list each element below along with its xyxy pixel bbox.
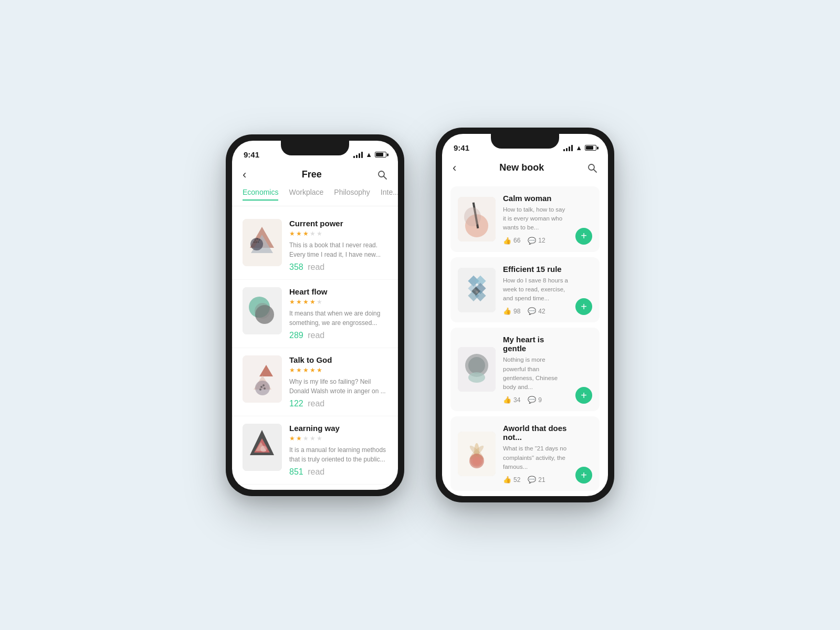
- star-icon: ★: [317, 230, 322, 237]
- star-icon: ★: [289, 298, 295, 306]
- likes-count-3: 34: [513, 396, 520, 404]
- likes-stat-4: 👍 52: [503, 476, 520, 484]
- comments-count-1: 12: [538, 237, 545, 244]
- comment-icon-3: 💬: [528, 396, 536, 404]
- book-reads-1: 358 read: [289, 262, 387, 272]
- back-button-1[interactable]: ‹: [243, 168, 246, 182]
- newbook-info-1: Calm woman How to talk, how to say it is…: [503, 194, 568, 245]
- newbook-card[interactable]: Efficient 15 rule How do I save 8 hours …: [450, 257, 600, 323]
- wifi-icon-1: ▲: [365, 151, 372, 159]
- comments-count-3: 9: [538, 396, 542, 404]
- book-info-4: Learning way ★ ★ ★ ★ ★ It is a manual fo…: [289, 424, 387, 477]
- book-cover-3: [243, 355, 282, 403]
- star-icon: ★: [289, 366, 295, 374]
- star-icon: ★: [310, 435, 316, 442]
- newbook-stats-4: 👍 52 💬 21: [503, 476, 568, 484]
- tab-philosophy[interactable]: Philosophy: [334, 188, 370, 201]
- add-button-3[interactable]: +: [575, 387, 592, 404]
- comments-count-2: 42: [538, 308, 545, 315]
- book-desc-1: This is a book that I never read. Every …: [289, 240, 387, 259]
- svg-point-23: [264, 387, 266, 390]
- likes-count-1: 66: [513, 237, 520, 244]
- newbook-title-2: Efficient 15 rule: [503, 265, 568, 274]
- add-button-4[interactable]: +: [575, 467, 592, 484]
- book-info-3: Talk to God ★ ★ ★ ★ ★ Why is my life so …: [289, 355, 387, 408]
- book-reads-2: 289 read: [289, 331, 387, 340]
- star-icon: ★: [303, 230, 309, 237]
- likes-stat-2: 👍 98: [503, 307, 520, 315]
- time-2: 9:41: [454, 143, 469, 152]
- search-button-2[interactable]: [587, 163, 597, 173]
- like-icon-4: 👍: [503, 476, 511, 484]
- newbook-info-4: Aworld that does not... What is the "21 …: [503, 424, 568, 484]
- tab-inte[interactable]: Inte...: [381, 188, 398, 201]
- phones-container: 9:41 ▲ ‹ Free: [226, 128, 614, 502]
- comments-count-4: 21: [538, 476, 545, 484]
- svg-point-34: [464, 207, 481, 226]
- stars-2: ★ ★ ★ ★ ★: [289, 298, 387, 306]
- star-icon: ★: [317, 298, 322, 306]
- tab-economics[interactable]: Economics: [243, 188, 278, 201]
- svg-point-21: [262, 384, 265, 386]
- signal-icon-1: [353, 152, 363, 158]
- likes-stat-1: 👍 66: [503, 237, 520, 245]
- svg-point-20: [260, 386, 262, 388]
- book-cover-2: [243, 287, 282, 334]
- comment-icon-2: 💬: [528, 307, 536, 315]
- svg-point-9: [256, 241, 257, 243]
- stars-3: ★ ★ ★ ★ ★: [289, 366, 387, 374]
- svg-point-5: [250, 238, 263, 250]
- star-icon: ★: [296, 366, 302, 374]
- book-title-4: Learning way: [289, 424, 387, 433]
- svg-point-29: [589, 164, 594, 170]
- nav-title-2: New book: [499, 162, 544, 173]
- phone-2-screen: 9:41 ▲ ‹ New book: [442, 134, 608, 496]
- svg-point-19: [255, 381, 270, 395]
- star-icon: ★: [303, 298, 309, 306]
- list-item[interactable]: Learning way ★ ★ ★ ★ ★ It is a manual fo…: [232, 416, 398, 485]
- comment-icon-4: 💬: [528, 476, 536, 484]
- star-icon: ★: [289, 435, 295, 442]
- newbook-cover-1: [458, 197, 496, 242]
- star-icon: ★: [310, 366, 316, 374]
- book-reads-4: 851 read: [289, 467, 387, 477]
- list-item[interactable]: Current power ★ ★ ★ ★ ★ This is a book t…: [232, 212, 398, 280]
- add-button-1[interactable]: +: [575, 228, 592, 245]
- star-icon: ★: [296, 298, 302, 306]
- nav-title-1: Free: [302, 169, 322, 180]
- tab-workplace[interactable]: Workplace: [289, 188, 323, 201]
- svg-point-10: [258, 241, 259, 243]
- newbook-card[interactable]: Aworld that does not... What is the "21 …: [450, 416, 600, 491]
- phone-2: 9:41 ▲ ‹ New book: [436, 128, 614, 502]
- notch-1: [281, 141, 349, 155]
- svg-point-6: [255, 239, 256, 240]
- newbook-title-3: My heart is gentle: [503, 335, 568, 353]
- likes-stat-3: 👍 34: [503, 396, 520, 404]
- book-desc-4: It is a manual for learning methods that…: [289, 445, 387, 464]
- book-desc-2: It means that when we are doing somethin…: [289, 309, 387, 328]
- svg-point-45: [468, 357, 485, 374]
- list-item[interactable]: Heart flow ★ ★ ★ ★ ★ It means that when …: [232, 280, 398, 348]
- back-button-2[interactable]: ‹: [453, 161, 456, 175]
- signal-icon-2: [563, 145, 573, 151]
- newbook-card[interactable]: My heart is gentle Nothing is more power…: [450, 328, 600, 411]
- svg-point-0: [379, 171, 384, 177]
- list-item[interactable]: Talk to God ★ ★ ★ ★ ★ Why is my life so …: [232, 348, 398, 416]
- newbook-card[interactable]: Calm woman How to talk, how to say it is…: [450, 186, 600, 252]
- phone-1-screen: 9:41 ▲ ‹ Free: [232, 141, 398, 490]
- newbook-list: Calm woman How to talk, how to say it is…: [442, 181, 608, 496]
- status-icons-2: ▲: [563, 144, 596, 152]
- likes-count-4: 52: [513, 476, 520, 484]
- newbook-info-2: Efficient 15 rule How do I save 8 hours …: [503, 265, 568, 316]
- phone-1: 9:41 ▲ ‹ Free: [226, 134, 404, 496]
- svg-point-28: [260, 446, 267, 452]
- likes-count-2: 98: [513, 308, 520, 315]
- newbook-cover-4: [458, 432, 496, 476]
- star-icon: ★: [296, 230, 302, 237]
- star-icon: ★: [310, 298, 316, 306]
- notch-2: [491, 134, 559, 149]
- comments-stat-4: 💬 21: [528, 476, 545, 484]
- search-button-1[interactable]: [377, 170, 387, 180]
- add-button-2[interactable]: +: [575, 298, 592, 315]
- newbook-stats-1: 👍 66 💬 12: [503, 237, 568, 245]
